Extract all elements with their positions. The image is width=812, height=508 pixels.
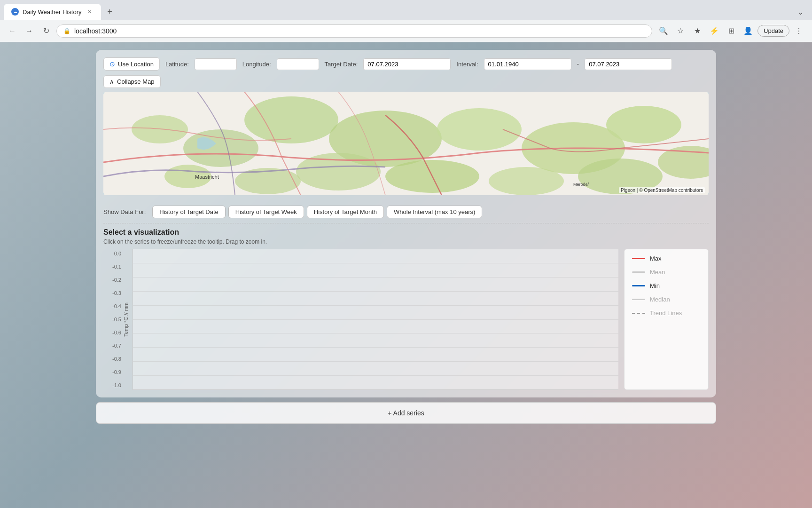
interval-end-input[interactable] (585, 58, 672, 70)
tab-bar: ☁ Daily Weather History ✕ + ⌄ (0, 0, 812, 20)
interval-dash: - (577, 60, 579, 68)
longitude-input[interactable] (277, 58, 319, 70)
grid-line (133, 277, 618, 278)
refresh-button[interactable]: ↻ (39, 24, 53, 38)
legend-label-min: Min (650, 282, 660, 289)
url-display: localhost:3000 (74, 27, 117, 35)
tab-title: Daily Weather History (23, 8, 81, 16)
grid-line (133, 375, 618, 376)
grid-line (133, 347, 618, 348)
bookmark-icon[interactable]: ☆ (673, 24, 688, 39)
legend-item-mean[interactable]: Mean (632, 269, 701, 276)
star-icon[interactable]: ★ (690, 24, 705, 39)
tab-history-target-week[interactable]: History of Target Week (228, 206, 304, 218)
legend-label-trend: Trend Lines (650, 310, 682, 317)
chart-plot[interactable] (133, 249, 618, 390)
lock-icon: 🔒 (63, 28, 70, 34)
latitude-label: Latitude: (165, 61, 189, 68)
new-tab-button[interactable]: + (103, 5, 116, 18)
svg-point-14 (489, 167, 564, 195)
legend-line-max (632, 258, 645, 259)
latitude-input[interactable] (195, 58, 237, 70)
chevron-down-icon[interactable]: ⌄ (795, 6, 806, 18)
page-content: ⊙ Use Location Latitude: Longitude: Targ… (0, 42, 812, 431)
app-card: ⊙ Use Location Latitude: Longitude: Targ… (96, 50, 716, 397)
grid-line (133, 263, 618, 263)
legend-label-median: Median (650, 296, 670, 303)
svg-text:Maastricht: Maastricht (195, 174, 219, 180)
add-series-wrapper: + Add series (9, 397, 803, 424)
grid-line (133, 333, 618, 333)
legend-item-max[interactable]: Max (632, 255, 701, 262)
longitude-label: Longitude: (242, 61, 271, 68)
add-series-button[interactable]: + Add series (96, 402, 716, 424)
extensions-icon[interactable]: ⚡ (707, 24, 722, 39)
tab-history-target-date[interactable]: History of Target Date (152, 206, 225, 218)
map-svg: Maastricht Riemst Eijsden Aachen Würsele… (103, 92, 709, 195)
legend-label-mean: Mean (650, 269, 665, 276)
data-tabs-row: Show Data For: History of Target Date Hi… (103, 201, 709, 223)
menu-icon[interactable]: ⋮ (791, 24, 806, 39)
show-data-label: Show Data For: (103, 208, 146, 215)
legend-line-median (632, 299, 645, 300)
svg-point-4 (244, 96, 338, 143)
address-box[interactable]: 🔒 localhost:3000 (56, 24, 652, 38)
search-icon[interactable]: 🔍 (656, 24, 671, 39)
browser-chrome: ☁ Daily Weather History ✕ + ⌄ ← → ↻ 🔒 lo… (0, 0, 812, 42)
tab-favicon: ☁ (11, 8, 19, 16)
interval-start-input[interactable] (484, 58, 571, 70)
legend-item-median[interactable]: Median (632, 296, 701, 303)
chart-wrapper: 0.0 -0.1 -0.2 -0.3 -0.4 -0.5 -0.6 -0.7 -… (103, 249, 709, 390)
tab-history-target-month[interactable]: History of Target Month (307, 206, 384, 218)
map-container[interactable]: Maastricht Riemst Eijsden Aachen Würsele… (103, 92, 709, 195)
target-date-input[interactable] (363, 58, 451, 70)
location-icon: ⊙ (109, 60, 115, 68)
collapse-icon: ∧ (109, 78, 114, 85)
grid-line (133, 291, 618, 292)
viz-hint: Click on the series to freeze/unfreeze t… (103, 238, 709, 245)
toolbar-right: 🔍 ☆ ★ ⚡ ⊞ 👤 Update ⋮ (656, 24, 806, 39)
svg-point-2 (132, 115, 188, 143)
map-attribution: Pigeon | © OpenStreetMap contributors (619, 187, 705, 193)
legend-line-mean (632, 271, 645, 273)
profile-icon[interactable]: 👤 (741, 24, 756, 39)
address-bar-row: ← → ↻ 🔒 localhost:3000 🔍 ☆ ★ ⚡ ⊞ 👤 Updat… (0, 20, 812, 42)
grid-line (133, 305, 618, 306)
controls-row: ⊙ Use Location Latitude: Longitude: Targ… (103, 57, 709, 71)
legend-label-max: Max (650, 255, 662, 262)
svg-point-3 (183, 129, 258, 167)
active-tab[interactable]: ☁ Daily Weather History ✕ (4, 4, 101, 20)
legend-item-min[interactable]: Min (632, 282, 701, 289)
tab-close-button[interactable]: ✕ (85, 8, 94, 16)
target-date-label: Target Date: (325, 61, 358, 68)
viz-section: Select a visualization Click on the seri… (103, 228, 709, 390)
grid-line (133, 389, 618, 390)
chart-legend: Max Mean Min Median (624, 249, 709, 390)
tab-whole-interval[interactable]: Whole Interval (max 10 years) (387, 206, 482, 218)
legend-line-trend (632, 313, 645, 314)
forward-button[interactable]: → (23, 24, 36, 38)
y-ticks: 0.0 -0.1 -0.2 -0.3 -0.4 -0.5 -0.6 -0.7 -… (103, 249, 121, 390)
window-controls: ⌄ (795, 6, 812, 18)
split-icon[interactable]: ⊞ (724, 24, 739, 39)
viz-title: Select a visualization (103, 228, 709, 237)
back-button[interactable]: ← (6, 24, 19, 38)
y-axis-label: Temp °C // mm (121, 302, 131, 337)
svg-point-8 (606, 106, 681, 143)
svg-point-6 (437, 108, 522, 151)
update-button[interactable]: Update (757, 25, 789, 37)
grid-line (133, 249, 618, 249)
use-location-button[interactable]: ⊙ Use Location (103, 57, 160, 71)
grid-line (133, 319, 618, 320)
grid-line (133, 361, 618, 362)
svg-text:Merode/: Merode/ (573, 182, 589, 187)
legend-item-trend[interactable]: Trend Lines (632, 310, 701, 317)
legend-line-min (632, 285, 645, 286)
interval-label: Interval: (456, 61, 478, 68)
collapse-map-button[interactable]: ∧ Collapse Map (103, 75, 161, 88)
